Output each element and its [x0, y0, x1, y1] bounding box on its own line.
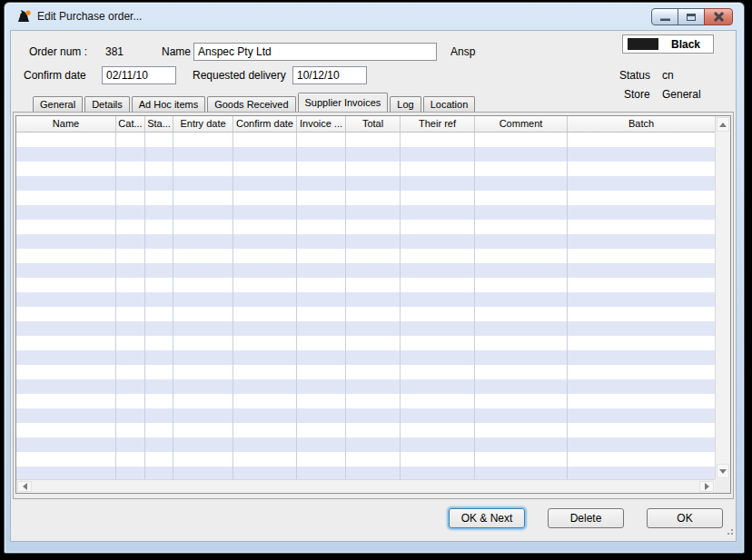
table-row[interactable]: Anspec Pty Ltdsifn31/12/1031/12/10174123… [16, 147, 715, 162]
maximize-button[interactable] [678, 8, 705, 25]
edit-purchase-order-window: Edit Purchase order... Order num : 381 N… [4, 2, 745, 554]
column-header-confirm-date[interactable]: Confirm date [233, 116, 297, 132]
scroll-right-button[interactable] [699, 481, 714, 492]
footer-buttons: OK & NextDeleteOK [449, 508, 723, 528]
tab-log[interactable]: Log [390, 96, 421, 112]
status-label: Status [619, 69, 650, 82]
cell-name: Anspec Pty Ltd [16, 176, 715, 178]
table-row[interactable]: Anspec Pty Ltdsicn30/12/1030/12/10173249… [16, 133, 715, 147]
name-input[interactable] [193, 43, 437, 61]
confirm-date-label: Confirm date [24, 69, 86, 82]
tab-goods-received[interactable]: Goods Received [207, 96, 295, 112]
table-header-row: NameCat...Sta...Entry dateConfirm dateIn… [16, 116, 715, 133]
order-num-label: Order num : [29, 45, 87, 58]
horizontal-scrollbar[interactable] [16, 479, 715, 493]
dialog-body: Order num : 381 Name Ansp Black Confirm … [10, 30, 737, 542]
cell-batch: 0 [16, 218, 715, 220]
table-row[interactable]: Anspec Pty Ltdsicn12/01/1112/01/11176322… [16, 162, 715, 176]
scroll-right-icon [705, 483, 709, 490]
requested-delivery-input[interactable] [292, 66, 367, 84]
scrollbar-corner [715, 479, 730, 493]
tab-ad-hoc-items[interactable]: Ad Hoc items [132, 96, 205, 112]
resize-grip[interactable] [724, 529, 733, 538]
tab-panel: NameCat...Sta...Entry dateConfirm dateIn… [13, 112, 734, 499]
table-row[interactable]: Anspec Pty Ltdsicn21/02/1121/02/11181126… [16, 191, 715, 205]
tab-details[interactable]: Details [84, 96, 130, 112]
scroll-left-button[interactable] [17, 481, 32, 492]
column-header-name[interactable]: Name [16, 116, 116, 132]
vertical-scrollbar[interactable] [715, 116, 730, 479]
close-icon [714, 12, 724, 22]
tab-location[interactable]: Location [423, 96, 476, 112]
scroll-up-button[interactable] [717, 117, 729, 132]
table-body: Anspec Pty Ltdsicn30/12/1030/12/10173249… [16, 133, 715, 479]
column-header-their-ref[interactable]: Their ref [401, 116, 475, 132]
scroll-up-icon [719, 123, 727, 127]
scroll-left-icon [23, 483, 27, 490]
supplier-invoices-table: NameCat...Sta...Entry dateConfirm dateIn… [15, 115, 731, 494]
store-value: General [662, 88, 701, 101]
cell-name: Anspec Pty Ltd [16, 205, 715, 207]
column-header-total[interactable]: Total [346, 116, 401, 132]
cell-name: Anspec Pty Ltd [16, 133, 715, 134]
name-code: Ansp [450, 45, 475, 58]
table-row[interactable]: Anspec Pty Ltdsicn21/02/1121/02/11181384… [16, 205, 715, 220]
color-swatch [628, 38, 658, 50]
window-title: Edit Purchase order... [37, 10, 142, 23]
status-value: cn [662, 69, 674, 82]
table-row[interactable]: Anspec Pty Ltdsinw16/02/1117992846148288… [16, 176, 715, 191]
column-header-cat[interactable]: Cat... [116, 116, 145, 132]
cell-name: Anspec Pty Ltd [16, 147, 715, 149]
cell-name: Anspec Pty Ltd [16, 191, 715, 192]
cell-name: Anspec Pty Ltd [16, 162, 715, 163]
purchase-order-icon [16, 9, 32, 24]
tab-general[interactable]: General [33, 96, 83, 112]
tab-bar: GeneralDetailsAd Hoc itemsGoods Received… [33, 94, 477, 112]
color-button[interactable]: Black [622, 34, 714, 54]
column-header-entry-date[interactable]: Entry date [173, 116, 233, 132]
store-label: Store [624, 88, 650, 101]
minimize-button[interactable] [651, 8, 678, 25]
close-button[interactable] [704, 8, 733, 25]
color-label: Black [658, 38, 713, 51]
scroll-down-button[interactable] [717, 464, 729, 478]
desktop-background: Edit Purchase order... Order num : 381 N… [0, 0, 752, 560]
minimize-icon [660, 18, 670, 21]
requested-delivery-label: Requested delivery [193, 69, 286, 82]
name-label: Name [162, 45, 191, 58]
column-header-sta[interactable]: Sta... [145, 116, 173, 132]
maximize-icon [687, 14, 696, 21]
ok-button[interactable]: OK [647, 508, 723, 528]
confirm-date-input[interactable] [102, 66, 176, 84]
window-controls [652, 8, 733, 25]
column-header-comment[interactable]: Comment [475, 116, 568, 132]
order-num-value: 381 [105, 45, 124, 58]
tab-supplier-invoices[interactable]: Supplier Invoices [298, 93, 389, 112]
table-rows: Anspec Pty Ltdsicn30/12/1030/12/10173249… [16, 133, 715, 220]
column-header-batch[interactable]: Batch [568, 116, 715, 132]
window-titlebar[interactable]: Edit Purchase order... [5, 3, 744, 30]
scroll-down-icon [719, 469, 727, 474]
ok-next-button[interactable]: OK & Next [449, 508, 525, 528]
column-header-invoice[interactable]: Invoice ... [297, 116, 346, 132]
delete-button[interactable]: Delete [548, 508, 624, 528]
